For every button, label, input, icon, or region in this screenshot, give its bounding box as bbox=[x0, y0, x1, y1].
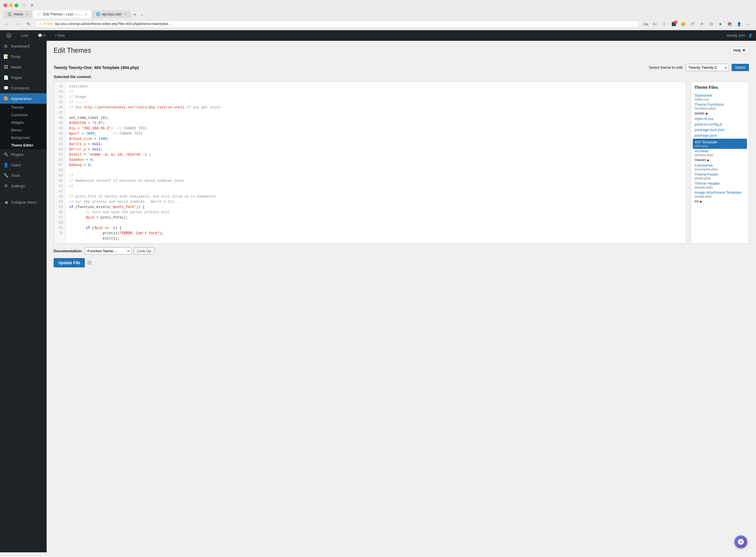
package-lock-link[interactable]: package-lock.json bbox=[695, 127, 745, 132]
close-dot[interactable] bbox=[3, 3, 7, 7]
forward-button[interactable]: → bbox=[14, 20, 22, 28]
extensions-icon[interactable]: ⬛ 2 bbox=[670, 20, 678, 28]
back-button[interactable]: ← bbox=[3, 20, 12, 28]
main-content: Edit Themes Help ▼ Twenty Twenty-One: 40… bbox=[47, 41, 756, 552]
postcss-link[interactable]: postcss.config.js bbox=[695, 122, 745, 126]
more-options-icon[interactable]: ⋯ bbox=[744, 20, 753, 28]
classes-folder[interactable]: classes ▶ bbox=[695, 158, 745, 162]
sidebar-item-settings[interactable]: ⚙ Settings bbox=[0, 181, 47, 191]
address-bar[interactable]: ⚠ 不安全 wp.looz.com/wp-admin/theme-editor.… bbox=[35, 20, 639, 28]
theme-file-package[interactable]: package.json bbox=[695, 133, 745, 138]
wp-logo-item[interactable] bbox=[3, 30, 14, 41]
line-48: 48 bbox=[54, 115, 65, 121]
code-line-71: exit(1); bbox=[69, 236, 682, 241]
404-link[interactable]: 404 Template bbox=[695, 140, 745, 144]
footer-link[interactable]: Theme Footer bbox=[695, 172, 745, 177]
user-avatar-icon[interactable]: 👤 bbox=[735, 20, 743, 28]
theme-file-stylesheet[interactable]: Stylesheet (style.css) bbox=[695, 93, 745, 101]
theme-file-package-lock[interactable]: package-lock.json bbox=[695, 127, 745, 132]
sidebar-toggle-icon[interactable]: ⬜ bbox=[21, 2, 27, 8]
minimize-dot[interactable] bbox=[9, 3, 13, 7]
maximize-dot[interactable] bbox=[15, 3, 18, 7]
code-editor-wrapper[interactable]: 42 43 44 45 46 47 48 49 50 51 52 53 bbox=[54, 81, 686, 244]
help-button[interactable]: Help ▼ bbox=[730, 47, 749, 54]
sidebar-item-posts[interactable]: 📝 Posts bbox=[0, 51, 47, 62]
theme-file-comments[interactable]: Comments (comments.php) bbox=[695, 163, 745, 171]
sidebar-item-dashboard[interactable]: ⊞ Dashboard bbox=[0, 41, 47, 51]
code-line-63: // pcntl_fork is hardly ever available, … bbox=[69, 194, 682, 199]
theme-file-archives[interactable]: Archives (archive.php) bbox=[695, 149, 745, 157]
sidebar-subitem-menus[interactable]: Menus bbox=[0, 126, 47, 134]
wp-topbar-looz[interactable]: Looz bbox=[19, 30, 31, 41]
sidebar-item-tools[interactable]: 🔧 Tools bbox=[0, 170, 47, 181]
collections-icon[interactable]: 📚 bbox=[726, 20, 734, 28]
stylesheet-sub: (style.css) bbox=[695, 97, 745, 101]
sidebar-item-pages[interactable]: 📄 Pages bbox=[0, 72, 47, 83]
sidebar-item-collapse[interactable]: ◀ Collapse menu bbox=[0, 197, 47, 207]
browser-tab-home[interactable]: 🏠 Home ✕ bbox=[3, 10, 32, 18]
split-view-icon[interactable]: ⊡ bbox=[707, 20, 715, 28]
theme-dropdown-wrapper[interactable]: Twenty Twenty-C Twenty Twenty-One bbox=[686, 64, 729, 71]
update-file-button[interactable]: Update File bbox=[54, 258, 85, 267]
sidebar-subitem-themes[interactable]: Themes bbox=[0, 104, 47, 111]
theme-file-rtl[interactable]: style-rtl.css bbox=[695, 117, 745, 121]
wp-topbar-comments[interactable]: 💬 0 bbox=[35, 30, 48, 41]
sidebar-subitem-theme-editor[interactable]: Theme Editor bbox=[0, 142, 47, 149]
sidebar-item-plugins[interactable]: 🔌 Plugins bbox=[0, 149, 47, 159]
doc-select-wrapper[interactable]: Function Name… bbox=[85, 247, 132, 255]
bookmark-icon[interactable]: ☆ bbox=[661, 20, 669, 28]
sidebar-item-media[interactable]: 🖼 Media bbox=[0, 62, 47, 72]
sidebar-item-appearance[interactable]: 🎨 Appearance bbox=[0, 93, 47, 104]
comments-file-link[interactable]: Comments bbox=[695, 163, 745, 168]
inc-folder[interactable]: inc ▶ bbox=[695, 199, 745, 203]
translate-icon[interactable]: A↕ bbox=[651, 20, 659, 28]
browser-tab-edit-themes[interactable]: 📄 Edit Themes ‹ Looz — WordPr… ✕ bbox=[33, 10, 91, 18]
code-line-57: $debug = 0; bbox=[69, 163, 682, 168]
assets-folder[interactable]: assets ▶ bbox=[695, 111, 745, 115]
code-editor: 42 43 44 45 46 47 48 49 50 51 52 53 bbox=[54, 82, 686, 243]
sidebar-item-comments[interactable]: 💬 Comments bbox=[0, 83, 47, 93]
line-56: 56 bbox=[54, 157, 65, 163]
favorites-icon[interactable]: ★ bbox=[717, 20, 725, 28]
lookup-button[interactable]: Look Up bbox=[134, 247, 154, 255]
sidebar-subitem-widgets[interactable]: Widgets bbox=[0, 119, 47, 126]
sidebar-menu: ⊞ Dashboard 📝 Posts 🖼 Media 📄 Pages 💬 bbox=[0, 41, 47, 207]
theme-file-404[interactable]: 404 Template (404.php) bbox=[693, 139, 747, 149]
theme-file-functions[interactable]: Theme Functions (functions.php) bbox=[695, 102, 745, 110]
archives-link[interactable]: Archives bbox=[695, 149, 745, 153]
sidebar-subitem-background[interactable]: Background bbox=[0, 134, 47, 142]
reader-mode-icon[interactable]: Aa bbox=[642, 20, 650, 28]
image-link[interactable]: Image Attachment Template bbox=[695, 190, 745, 195]
profile-icon[interactable]: 😊 bbox=[679, 20, 687, 28]
tab-switcher-icon[interactable]: ⧉ bbox=[29, 2, 35, 8]
package-link[interactable]: package.json bbox=[695, 133, 745, 138]
theme-file-footer[interactable]: Theme Footer (footer.php) bbox=[695, 172, 745, 180]
home-tab-close[interactable]: ✕ bbox=[26, 13, 28, 16]
line-42: 42 bbox=[54, 84, 65, 89]
sidebar: ⊞ Dashboard 📝 Posts 🖼 Media 📄 Pages 💬 bbox=[0, 41, 47, 552]
wp-topbar-new[interactable]: + New bbox=[53, 30, 67, 41]
theme-file-postcss[interactable]: postcss.config.js bbox=[695, 122, 745, 126]
history-icon[interactable]: ⏱ bbox=[689, 20, 697, 28]
sidebar-item-users[interactable]: 👤 Users bbox=[0, 159, 47, 170]
functions-link[interactable]: Theme Functions bbox=[695, 102, 745, 107]
sidebar-subitem-customize[interactable]: Customize bbox=[0, 111, 47, 119]
rtl-link[interactable]: style-rtl.css bbox=[695, 117, 745, 121]
new-tab-button[interactable]: + bbox=[132, 11, 138, 18]
edit-themes-tab-close[interactable]: ✕ bbox=[85, 13, 87, 16]
theme-file-header[interactable]: Theme Header (header.php) bbox=[695, 181, 745, 189]
ai-assistant-button[interactable] bbox=[734, 535, 747, 548]
sync-icon[interactable]: ⟳ bbox=[698, 20, 706, 28]
wp-tab-close[interactable]: ✕ bbox=[124, 13, 127, 16]
select-button[interactable]: Select bbox=[731, 64, 749, 71]
theme-file-image[interactable]: Image Attachment Template (image.php) bbox=[695, 190, 745, 198]
reload-button[interactable]: ↻ bbox=[25, 20, 33, 28]
doc-select[interactable]: Function Name… bbox=[85, 247, 132, 255]
browser-tab-wp[interactable]: 🌐 wp.looz.com ✕ bbox=[92, 10, 131, 18]
header-link[interactable]: Theme Header bbox=[695, 181, 745, 185]
tab-overflow-button[interactable]: ⌄ bbox=[138, 11, 145, 18]
code-content[interactable]: available. // // Usage // ------ // See … bbox=[65, 82, 686, 243]
inc-label: inc bbox=[695, 199, 699, 203]
theme-dropdown[interactable]: Twenty Twenty-C Twenty Twenty-One bbox=[686, 64, 729, 71]
stylesheet-link[interactable]: Stylesheet bbox=[695, 93, 745, 97]
